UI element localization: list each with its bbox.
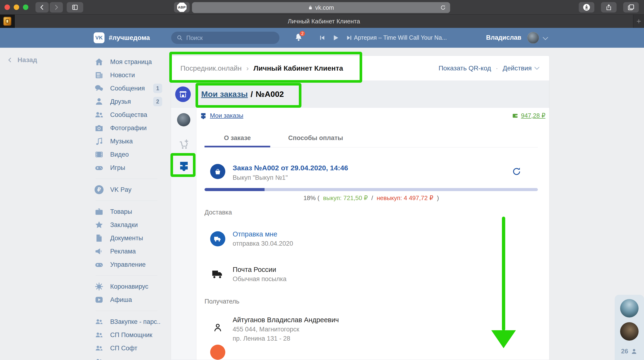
actions-menu-button[interactable]: Действия (502, 64, 540, 72)
recipient-name: Айтуганов Владислав Андреевич (233, 316, 339, 324)
storefront-icon (178, 89, 188, 99)
sidebar-item-vkpay[interactable]: ₽ VK Pay (94, 183, 162, 196)
downloads-button[interactable] (579, 2, 594, 12)
zoom-window-button[interactable] (23, 4, 28, 10)
progress-fill (204, 188, 264, 191)
recipient-address-line1: 455 044, Магнитогорск (233, 326, 339, 333)
balance-amount: 947,28 ₽ (521, 112, 546, 119)
sidebar-item-photos[interactable]: Фотографии (94, 121, 162, 135)
orders-drawer-icon[interactable] (178, 160, 190, 171)
breadcrumb-chevron-icon: › (246, 64, 249, 72)
share-button[interactable] (601, 2, 616, 12)
screenshot-root: ABP vk.com Личный Кабинет Клиента (0, 0, 644, 360)
sidebar-item-coronavirus[interactable]: Коронавирус (94, 280, 162, 293)
nonbuyout-amount: невыкуп: 4 497,72 ₽ (376, 194, 433, 202)
page-body: Назад Моя страница Новости Сообщения 1 Д… (0, 48, 644, 360)
sidebar-item-messages[interactable]: Сообщения 1 (94, 82, 162, 95)
delivery-method-title[interactable]: Отправка мне (233, 230, 293, 238)
sidebar-item-friends[interactable]: Друзья 2 (94, 95, 162, 108)
header-user-avatar[interactable] (527, 32, 539, 44)
orders-drawer-icon (200, 112, 207, 119)
sidebar-toggle-button[interactable] (67, 2, 83, 12)
friend-avatar[interactable] (620, 322, 638, 341)
sidebar-icon (71, 4, 79, 11)
sidebar-item-afisha[interactable]: Афиша (94, 293, 162, 306)
rail-user-avatar[interactable] (177, 113, 190, 126)
sidebar-item-bookmarks[interactable]: Закладки (94, 218, 162, 232)
breadcrumb-parent[interactable]: Посредник.онлайн (180, 64, 242, 72)
wallet-icon (512, 112, 518, 119)
sidebar-item-news[interactable]: Новости (94, 68, 162, 82)
my-orders-link[interactable]: Мои заказы (200, 112, 243, 119)
back-link[interactable]: Назад (7, 56, 37, 64)
sidebar-item-communities[interactable]: Сообщества (94, 108, 162, 121)
virus-icon (94, 282, 104, 291)
minimize-window-button[interactable] (14, 4, 19, 10)
stats-slash: / (372, 194, 373, 202)
pinned-tab[interactable] (0, 15, 15, 28)
carrier-subtitle: Обычная посылка (233, 275, 286, 283)
order-tabs: О заказе Способы оплаты (204, 129, 538, 147)
back-link-label: Назад (18, 56, 37, 64)
notifications-button[interactable]: 2 (294, 32, 303, 42)
actions-separator-dot: · (496, 64, 498, 72)
forward-button[interactable] (50, 2, 63, 12)
next-track-icon[interactable] (346, 34, 353, 41)
sidebar-item-my-page[interactable]: Моя страница (94, 55, 162, 68)
sidebar-divider (96, 275, 158, 276)
users-icon (94, 344, 104, 353)
balance-link[interactable]: 947,28 ₽ (512, 112, 546, 119)
sidebar-item-vzakupke[interactable]: ВЗакупке - парс.. (94, 315, 162, 328)
progress-track (204, 188, 538, 191)
star-icon (94, 220, 104, 230)
window-controls (4, 4, 28, 10)
new-tab-button[interactable] (633, 15, 644, 28)
mini-player (319, 33, 353, 42)
show-qr-button[interactable]: Показать QR-код (438, 64, 491, 72)
order-basket-icon (210, 164, 225, 179)
refresh-order-button[interactable] (511, 166, 522, 177)
sidebar-item-games[interactable]: Игры (94, 161, 162, 174)
vk-left-menu: Моя страница Новости Сообщения 1 Друзья … (94, 55, 162, 360)
sidebar-item-manage[interactable]: Управление (94, 258, 162, 271)
vk-search[interactable] (171, 32, 280, 44)
tab-overview-button[interactable] (623, 2, 639, 12)
active-tab[interactable]: Личный Кабинет Клиента (15, 15, 633, 28)
header-user-name[interactable]: Владислав (486, 34, 521, 41)
delivery-method-row: Отправка мне отправка 30.04.2020 (202, 230, 549, 247)
tab-payment-methods[interactable]: Способы оплаты (282, 129, 350, 147)
tab-about-order[interactable]: О заказе (204, 129, 270, 147)
chevron-right-icon (53, 4, 59, 11)
friends-online-count[interactable]: 26 (615, 348, 644, 355)
close-window-button[interactable] (4, 4, 10, 10)
search-input[interactable] (186, 34, 272, 41)
page-title-orders-link[interactable]: Мои заказы (201, 89, 248, 99)
address-bar[interactable]: vk.com (192, 2, 450, 13)
sidebar-item-music[interactable]: Музыка (94, 135, 162, 148)
film-icon (94, 150, 104, 159)
gamepad-icon (94, 163, 104, 172)
sidebar-item-market[interactable]: Товары (94, 205, 162, 218)
vk-hashtag[interactable]: #лучшедома (109, 34, 150, 41)
sidebar-item-documents[interactable]: Документы (94, 232, 162, 245)
chevron-down-icon[interactable] (542, 36, 548, 41)
sidebar-item-partial[interactable] (94, 355, 162, 360)
reload-icon[interactable] (440, 4, 446, 11)
cart-plus-icon[interactable] (178, 139, 189, 150)
play-icon[interactable] (332, 33, 340, 42)
adblock-extension-button[interactable]: ABP (174, 2, 190, 12)
sidebar-item-ads[interactable]: Реклама (94, 245, 162, 258)
url-text: vk.com (315, 4, 334, 11)
home-icon (94, 57, 104, 67)
now-playing-title[interactable]: Артерия – Time Will Call Your Na... (354, 34, 447, 41)
app-avatar[interactable] (175, 86, 191, 102)
sidebar-item-sp-soft[interactable]: СП Софт (94, 342, 162, 355)
gamepad-icon (94, 260, 104, 269)
sidebar-item-video[interactable]: Видео (94, 148, 162, 161)
client-cabinet-card: Посредник.онлайн › Личный Кабинет Клиент… (171, 55, 550, 360)
back-button[interactable] (36, 2, 49, 12)
friend-avatar[interactable] (620, 299, 638, 318)
vk-logo[interactable]: VK (94, 32, 104, 43)
sidebar-item-sp-helper[interactable]: СП Помощник (94, 328, 162, 342)
previous-track-icon[interactable] (319, 34, 326, 41)
